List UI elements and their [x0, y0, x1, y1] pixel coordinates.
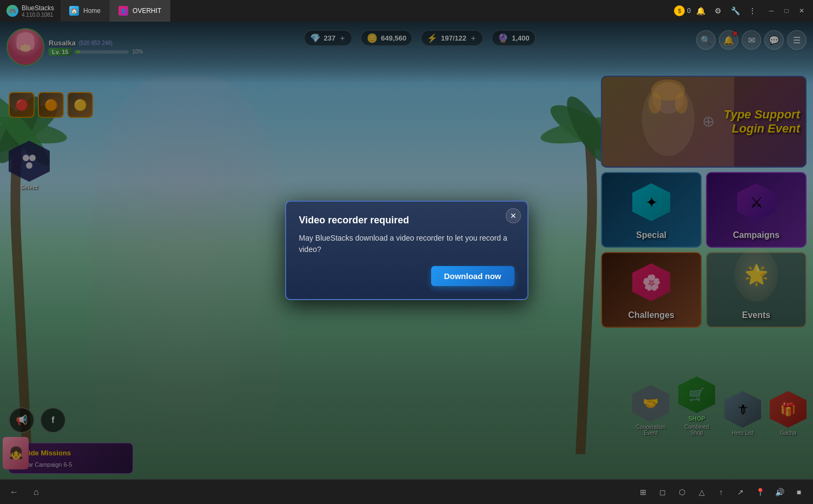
notifications-icon[interactable]: 🔔 — [693, 3, 708, 18]
taskbar-right: ⊞ ◻ ⬡ △ ↑ ↗ 📍 🔊 ■ — [636, 485, 807, 500]
diagonal-arrow-icon[interactable]: ↗ — [733, 485, 748, 500]
volume-icon[interactable]: 🔊 — [772, 485, 787, 500]
app-name: BlueStacks — [22, 4, 54, 12]
tab-home[interactable]: 🏠 Home — [61, 0, 110, 22]
up-arrow-icon[interactable]: ↑ — [713, 485, 729, 500]
game-tab-icon: 👤 — [118, 6, 128, 16]
more-icon[interactable]: ⋮ — [745, 3, 760, 18]
app-version: 4.110.0.1081 — [22, 12, 54, 18]
home-tab-label: Home — [83, 7, 101, 15]
dialog-title: Video recorder required — [299, 215, 514, 226]
maximize-button[interactable]: □ — [779, 4, 794, 18]
settings-icon[interactable]: 🔧 — [728, 3, 743, 18]
dialog-footer: Download now — [299, 266, 514, 286]
messages-icon[interactable]: ⚙ — [710, 3, 725, 18]
dialog-close-button[interactable]: ✕ — [506, 208, 521, 223]
taskbar-home-button[interactable]: ⌂ — [30, 485, 42, 499]
tab-bar: 🏠 Home 👤 OVERHIT — [61, 0, 670, 22]
taskbar: ← ⌂ ⊞ ◻ ⬡ △ ↑ ↗ 📍 🔊 ■ — [0, 479, 813, 504]
dialog-overlay: ✕ Video recorder required May BlueStacks… — [0, 22, 813, 479]
hexagon-icon[interactable]: ⬡ — [675, 485, 690, 500]
coin-count: 0 — [687, 7, 691, 15]
titlebar: 🎮 BlueStacks 4.110.0.1081 🏠 Home 👤 OVERH… — [0, 0, 813, 22]
triangle-icon[interactable]: △ — [694, 485, 709, 500]
window-controls: ─ □ ✕ — [764, 4, 813, 18]
bluestacks-icon: 🎮 — [6, 5, 18, 17]
game-tab-label: OVERHIT — [133, 7, 161, 15]
game-area: Rusalka (520 853 248) Lv. 15 10% 💎 237 ＋ — [0, 22, 813, 479]
close-button[interactable]: ✕ — [795, 4, 809, 18]
system-icons: $ 0 🔔 ⚙ 🔧 ⋮ — [670, 3, 764, 18]
location-icon[interactable]: 📍 — [752, 485, 768, 500]
download-now-button[interactable]: Download now — [431, 266, 514, 286]
home-tab-icon: 🏠 — [69, 6, 79, 16]
coin-icon: $ — [674, 5, 685, 16]
taskbar-left: ← ⌂ — [6, 485, 42, 499]
dialog: ✕ Video recorder required May BlueStacks… — [285, 201, 528, 300]
app-switcher-icon[interactable]: ⊞ — [636, 485, 651, 500]
stop-icon[interactable]: ■ — [791, 485, 807, 500]
app-logo: 🎮 BlueStacks 4.110.0.1081 — [0, 4, 61, 18]
back-button[interactable]: ← — [6, 485, 22, 499]
tab-overhit[interactable]: 👤 OVERHIT — [110, 0, 170, 22]
square-icon[interactable]: ◻ — [655, 485, 670, 500]
minimize-button[interactable]: ─ — [764, 4, 778, 18]
dialog-body: May BlueStacks download a video recorder… — [299, 233, 514, 255]
